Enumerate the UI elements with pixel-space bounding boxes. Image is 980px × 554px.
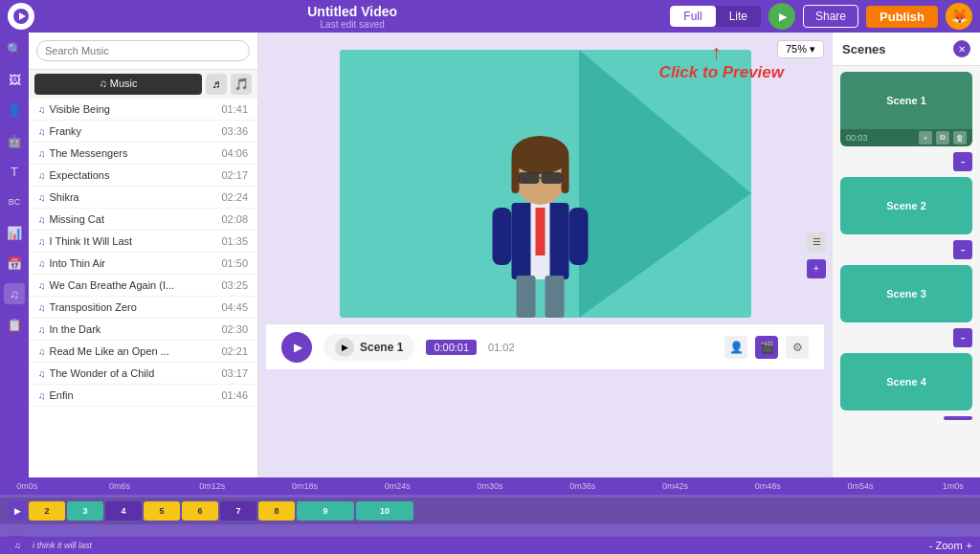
- music-track-7[interactable]: I Think It Will Last01:35: [29, 231, 257, 253]
- zoom-plus-button[interactable]: +: [967, 540, 972, 551]
- svg-rect-15: [568, 208, 588, 265]
- avatar-tool-icon[interactable]: 🤖: [4, 130, 25, 151]
- track-duration-6: 02:08: [221, 213, 248, 225]
- tl-block-2[interactable]: 3: [67, 501, 103, 521]
- chart-tool-icon[interactable]: 📊: [4, 222, 25, 243]
- music-tab-icon1[interactable]: ♬: [206, 74, 227, 95]
- track-name-10: Transposition Zero: [38, 301, 137, 313]
- preview-play-button[interactable]: [768, 3, 795, 30]
- tl-scene-icon: ▶: [8, 501, 27, 521]
- music-track-10[interactable]: Transposition Zero04:45: [29, 297, 257, 319]
- ruler-mark-12: 0m36s: [560, 481, 606, 491]
- svg-rect-4: [535, 208, 545, 255]
- scene-2-preview: Scene 2: [840, 177, 972, 234]
- tl-block-6[interactable]: 7: [220, 501, 256, 521]
- publish-button[interactable]: Publish: [866, 6, 938, 28]
- track-name-13: The Wonder of a Child: [38, 367, 154, 379]
- zoom-minus-button[interactable]: - Zoom: [929, 540, 963, 551]
- music-tool-icon[interactable]: ♫: [4, 283, 25, 304]
- ruler-mark-16: 0m48s: [745, 481, 791, 491]
- track-duration-10: 04:45: [221, 301, 248, 313]
- scene-card-3[interactable]: Scene 3: [840, 265, 972, 322]
- scene-1-delete-icon[interactable]: 🗑: [953, 131, 967, 144]
- track-name-2: Franky: [38, 125, 81, 137]
- playback-play-button[interactable]: [281, 332, 312, 363]
- calendar-tool-icon[interactable]: 📅: [4, 253, 25, 274]
- svg-rect-7: [511, 155, 519, 193]
- timeline: 0m0s 0m6s 0m12s 0m18s 0m24s 0m30s 0m36s …: [0, 477, 980, 554]
- music-search-input[interactable]: [36, 40, 250, 61]
- track-duration-4: 02:17: [221, 169, 248, 181]
- music-track-4[interactable]: Expectations02:17: [29, 165, 257, 187]
- timeline-footer: ♫ i think it will last - Zoom +: [0, 537, 980, 554]
- svg-point-6: [511, 136, 568, 174]
- music-track-6[interactable]: Missing Cat02:08: [29, 209, 257, 231]
- zoom-control[interactable]: 75% ▾: [777, 40, 824, 58]
- ruler-mark-8: 0m24s: [374, 481, 420, 491]
- music-track-9[interactable]: We Can Breathe Again (I...03:25: [29, 275, 257, 297]
- tl-block-1[interactable]: 2: [29, 501, 65, 521]
- title-block: Untitled Video Last edit saved: [42, 4, 662, 30]
- tab-full[interactable]: Full: [670, 6, 715, 27]
- music-tab-row: ♫ Music ♬ 🎵: [29, 70, 257, 99]
- svg-rect-14: [492, 208, 511, 265]
- music-track-5[interactable]: Shikra02:24: [29, 187, 257, 209]
- text-tool-icon[interactable]: T: [4, 161, 25, 182]
- video-subtitle: Last edit saved: [42, 19, 662, 30]
- tl-block-7[interactable]: 8: [258, 501, 295, 521]
- scenes-close-button[interactable]: ✕: [953, 40, 970, 57]
- music-tab-icon2[interactable]: 🎵: [231, 74, 252, 95]
- music-panel: ♫ Music ♬ 🎵 Visible Being01:41Franky03:3…: [29, 33, 258, 477]
- user-avatar[interactable]: 🦊: [946, 3, 972, 30]
- search-tool-icon[interactable]: 🔍: [4, 38, 25, 59]
- scene-1-copy-icon[interactable]: ⧉: [936, 131, 949, 144]
- music-track-11[interactable]: In the Dark02:30: [29, 319, 257, 341]
- scene-mini-play[interactable]: ▶: [335, 338, 354, 357]
- scene-card-1[interactable]: Scene 1 00:03 + ⧉ 🗑: [840, 72, 972, 146]
- ruler-mark-4: 0m12s: [189, 481, 235, 491]
- media-icon[interactable]: 🎬: [755, 336, 778, 359]
- svg-rect-9: [518, 172, 539, 184]
- settings-icon[interactable]: ⚙: [786, 336, 809, 359]
- svg-rect-12: [516, 276, 535, 318]
- click-to-preview-label: Click to Preview: [659, 63, 784, 82]
- side-control-2[interactable]: +: [807, 259, 826, 278]
- music-track-13[interactable]: The Wonder of a Child03:17: [29, 363, 257, 385]
- music-track-1[interactable]: Visible Being01:41: [29, 99, 257, 121]
- track-name-8: Into Thin Air: [38, 257, 105, 269]
- scene-card-2[interactable]: Scene 2: [840, 177, 972, 234]
- music-tab-music[interactable]: ♫ Music: [34, 74, 202, 95]
- scene-1-add-icon[interactable]: +: [919, 131, 932, 144]
- callout-tool-icon[interactable]: BC: [4, 191, 25, 212]
- svg-rect-13: [545, 276, 564, 318]
- music-track-3[interactable]: The Messengers04:06: [29, 143, 257, 165]
- scene-1-duration: 00:03: [846, 133, 868, 143]
- template-tool-icon[interactable]: 📋: [4, 314, 25, 335]
- voiceover-icon[interactable]: 👤: [724, 336, 747, 359]
- tl-block-9[interactable]: 10: [356, 501, 413, 521]
- music-track-12[interactable]: Read Me Like an Open ...02:21: [29, 341, 257, 363]
- share-button[interactable]: Share: [803, 5, 858, 28]
- side-controls: ☰ +: [807, 233, 826, 278]
- scene-minus-2[interactable]: -: [953, 240, 972, 259]
- side-control-1[interactable]: ☰: [807, 233, 826, 252]
- ruler-mark-14: 0m42s: [652, 481, 698, 491]
- music-track-8[interactable]: Into Thin Air01:50: [29, 253, 257, 275]
- timeline-tracks: ▶ 2 3 4 5 6 7 8 9 10: [0, 495, 980, 537]
- tl-block-4[interactable]: 5: [144, 501, 180, 521]
- main-content: 🔍 🖼 👤 🤖 T BC 📊 📅 ♫ 📋 ♫ Music ♬ 🎵 Visible…: [0, 33, 980, 477]
- tl-block-3[interactable]: 4: [105, 501, 142, 521]
- track-name-3: The Messengers: [38, 147, 127, 159]
- tab-lite[interactable]: Lite: [716, 6, 761, 27]
- music-track-2[interactable]: Franky03:36: [29, 121, 257, 143]
- image-tool-icon[interactable]: 🖼: [4, 69, 25, 90]
- tl-block-5[interactable]: 6: [182, 501, 218, 521]
- scenes-header: Scenes ✕: [833, 33, 980, 66]
- scene-minus-1[interactable]: -: [953, 152, 972, 171]
- character-tool-icon[interactable]: 👤: [4, 100, 25, 121]
- tl-block-8[interactable]: 9: [297, 501, 354, 521]
- scenes-panel: Scenes ✕ Scene 1 00:03 + ⧉ 🗑 - Scene 2: [832, 33, 980, 477]
- scene-minus-3[interactable]: -: [953, 328, 972, 347]
- scene-card-4[interactable]: Scene 4: [840, 353, 972, 410]
- music-track-14[interactable]: Enfin01:46: [29, 385, 257, 407]
